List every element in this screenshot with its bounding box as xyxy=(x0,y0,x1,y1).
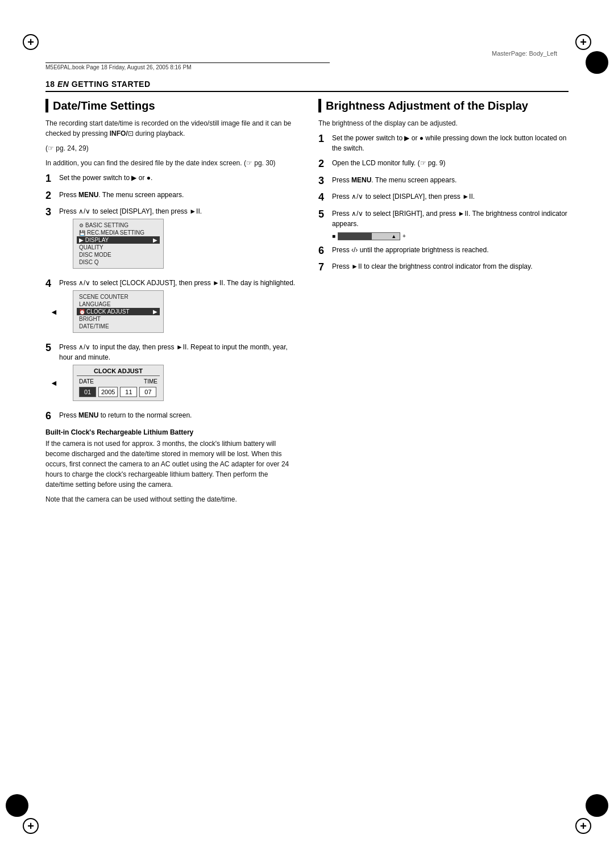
menu-item-quality: QUALITY xyxy=(77,244,160,251)
black-circle-br xyxy=(586,794,608,817)
section-title: GETTING STARTED xyxy=(72,80,151,89)
brightness-fill xyxy=(338,233,372,240)
clock-fields: 01 2005 11 07 xyxy=(77,386,160,398)
battery-text: If the camera is not used for approx. 3 … xyxy=(45,439,296,490)
reg-mark-tl xyxy=(23,34,39,50)
black-circle-tr xyxy=(586,51,608,74)
menu-screenshot-1: ⚙ BASIC SETTING 💾 REC.MEDIA SETTING ▶ DI… xyxy=(73,219,164,269)
masterpage-label: MasterPage: Body_Left xyxy=(492,50,557,57)
right-step-1-text: Set the power switch to ▶ or ● while pre… xyxy=(332,133,569,153)
right-step-3-num: 3 xyxy=(318,175,329,187)
two-column-layout: Date/Time Settings The recording start d… xyxy=(45,99,569,509)
right-step-2: 2 Open the LCD monitor fully. (☞ pg. 9) xyxy=(318,158,569,170)
left-ref2: In addition, you can find the desired fi… xyxy=(45,158,296,168)
battery-subtitle: Built-in Clock's Rechargeable Lithium Ba… xyxy=(45,428,296,436)
date-label: DATE xyxy=(79,378,94,385)
battery-note: Note that the camera can be used without… xyxy=(45,494,296,504)
left-ref1: (☞ pg. 24, 29) xyxy=(45,143,296,153)
time-label: TIME xyxy=(144,378,157,385)
right-step-1: 1 Set the power switch to ▶ or ● while p… xyxy=(318,133,569,153)
step-1-num: 1 xyxy=(45,173,56,185)
step-2-num: 2 xyxy=(45,190,56,202)
menu-item-disc-mode: DISC MODE xyxy=(77,251,160,258)
step-3: 3 Press ∧/∨ to select [DISPLAY], then pr… xyxy=(45,206,296,273)
step-5-num: 5 xyxy=(45,342,56,354)
main-content: 18 EN GETTING STARTED Date/Time Settings… xyxy=(45,80,569,509)
brightness-label-right: + xyxy=(403,233,406,239)
step-6: 6 Press MENU to return to the normal scr… xyxy=(45,410,296,423)
file-info: M5E6PAL.book Page 18 Friday, August 26, … xyxy=(45,62,330,70)
clock-left-arrow: ◄ xyxy=(50,378,58,387)
step-3-num: 3 xyxy=(45,206,56,219)
right-step-2-num: 2 xyxy=(318,158,329,170)
right-step-3: 3 Press MENU. The menu screen appears. xyxy=(318,175,569,187)
menu-item-rec-media: 💾 REC.MEDIA SETTING xyxy=(77,229,160,236)
right-step-6: 6 Press ‹/› until the appropriate bright… xyxy=(318,245,569,257)
section-header: 18 EN GETTING STARTED xyxy=(45,80,569,92)
menu-item-clock-adjust: ⏰ CLOCK ADJUST ▶ xyxy=(77,308,160,315)
left-intro: The recording start date/time is recorde… xyxy=(45,118,296,139)
clock-field-minute: 07 xyxy=(139,387,156,397)
right-step-6-text: Press ‹/› until the appropriate brightne… xyxy=(332,245,569,255)
menu-item-language: LANGUAGE xyxy=(77,301,160,308)
right-step-5-num: 5 xyxy=(318,208,329,221)
right-intro: The brightness of the display can be adj… xyxy=(318,118,569,128)
brightness-bar: ▲ xyxy=(338,232,400,240)
right-step-4-num: 4 xyxy=(318,191,329,204)
right-step-5: 5 Press ∧/∨ to select [BRIGHT], and pres… xyxy=(318,208,569,240)
step-2-text: Press MENU. The menu screen appears. xyxy=(59,190,296,200)
menu-item-disc-q: DISC Q xyxy=(77,258,160,266)
step-5: 5 Press ∧/∨ to input the day, then press… xyxy=(45,342,296,406)
clock-labels: DATE TIME xyxy=(77,378,160,385)
step-6-text: Press MENU to return to the normal scree… xyxy=(59,410,296,420)
left-column: Date/Time Settings The recording start d… xyxy=(45,99,296,509)
menu-item-datetime: DATE/TIME xyxy=(77,323,160,330)
step-4-num: 4 xyxy=(45,278,56,290)
right-step-5-text: Press ∧/∨ to select [BRIGHT], and press … xyxy=(332,210,567,228)
reg-mark-tr xyxy=(575,34,591,50)
brightness-cursor: ▲ xyxy=(391,233,396,239)
right-step-7-num: 7 xyxy=(318,261,329,274)
clock-screen: CLOCK ADJUST DATE TIME 01 2005 11 07 xyxy=(73,365,164,401)
reg-mark-br xyxy=(575,818,591,834)
step-4: 4 Press ∧/∨ to select [CLOCK ADJUST], th… xyxy=(45,278,296,337)
clock-field-day: 01 xyxy=(79,387,96,397)
right-step-1-num: 1 xyxy=(318,133,329,145)
menu-item-display: ▶ DISPLAY ▶ xyxy=(77,236,160,244)
step-6-num: 6 xyxy=(45,410,56,423)
clock-field-year: 2005 xyxy=(98,387,118,397)
menu-item-scene-counter: SCENE COUNTER xyxy=(77,293,160,301)
page-number: 18 xyxy=(45,80,55,89)
page: MasterPage: Body_Left M5E6PAL.book Page … xyxy=(0,0,614,868)
left-arrow-indicator: ◄ xyxy=(50,307,58,316)
left-section-title: Date/Time Settings xyxy=(45,99,296,112)
reg-mark-bl xyxy=(23,818,39,834)
right-step-2-text: Open the LCD monitor fully. (☞ pg. 9) xyxy=(332,158,569,168)
right-step-4: 4 Press ∧/∨ to select [DISPLAY], then pr… xyxy=(318,191,569,204)
right-step-7-text: Press ►II to clear the brightness contro… xyxy=(332,261,569,272)
clock-field-hour: 11 xyxy=(120,387,137,397)
right-column: Brightness Adjustment of the Display The… xyxy=(318,99,569,278)
step-2: 2 Press MENU. The menu screen appears. xyxy=(45,190,296,202)
right-section-title: Brightness Adjustment of the Display xyxy=(318,99,569,112)
step-1-text: Set the power switch to ▶ or ●. xyxy=(59,173,296,183)
right-step-4-text: Press ∧/∨ to select [DISPLAY], then pres… xyxy=(332,191,569,202)
clock-screen-title: CLOCK ADJUST xyxy=(77,368,160,376)
right-step-6-num: 6 xyxy=(318,245,329,257)
right-step-7: 7 Press ►II to clear the brightness cont… xyxy=(318,261,569,274)
menu-item-bright: BRIGHT xyxy=(77,315,160,323)
step-4-text: Press ∧/∨ to select [CLOCK ADJUST], then… xyxy=(59,279,295,287)
menu-screenshot-2: SCENE COUNTER LANGUAGE ⏰ CLOCK ADJUST ▶ … xyxy=(73,290,164,333)
menu-item-basic: ⚙ BASIC SETTING xyxy=(77,222,160,229)
brightness-label-left: ■ xyxy=(332,233,335,239)
black-circle-bl xyxy=(6,794,28,817)
step-3-text: Press ∧/∨ to select [DISPLAY], then pres… xyxy=(59,207,202,215)
right-step-3-text: Press MENU. The menu screen appears. xyxy=(332,175,569,185)
section-label: EN xyxy=(57,80,69,89)
step-5-text: Press ∧/∨ to input the day, then press ►… xyxy=(59,343,288,361)
step-1: 1 Set the power switch to ▶ or ●. xyxy=(45,173,296,185)
